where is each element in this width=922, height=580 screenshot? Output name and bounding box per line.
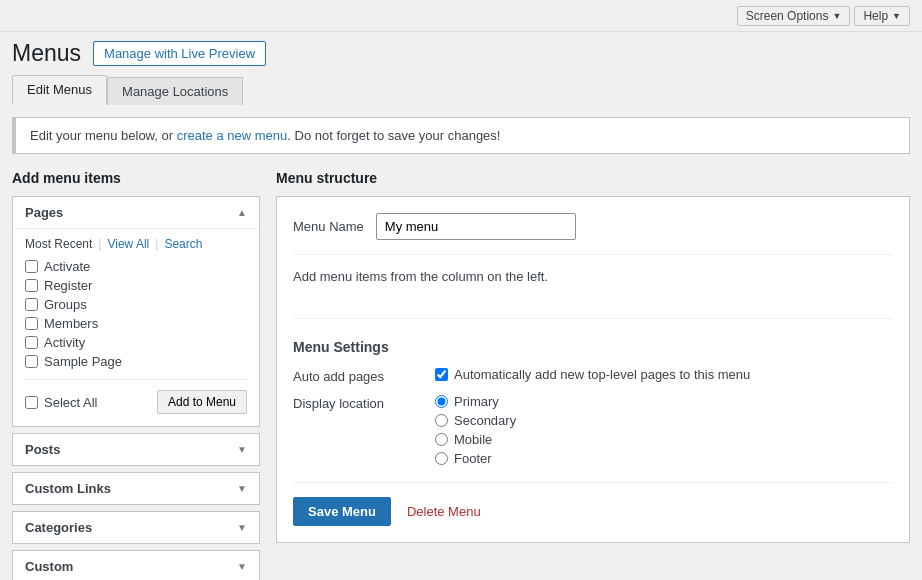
posts-accordion-header[interactable]: Posts ▼ bbox=[13, 434, 259, 465]
screen-options-button[interactable]: Screen Options ▼ bbox=[737, 6, 851, 26]
custom-label: Custom bbox=[25, 559, 73, 574]
tab-manage-locations[interactable]: Manage Locations bbox=[107, 77, 243, 105]
menu-name-row: Menu Name bbox=[293, 213, 893, 255]
display-location-value: Primary Secondary Mobile bbox=[435, 394, 516, 466]
help-label: Help bbox=[863, 9, 888, 23]
two-column-layout: Add menu items Pages ▲ Most Recent | Vie… bbox=[12, 170, 910, 580]
categories-chevron-icon: ▼ bbox=[237, 522, 247, 533]
auto-add-label: Auto add pages bbox=[293, 367, 423, 384]
help-button[interactable]: Help ▼ bbox=[854, 6, 910, 26]
radio-mobile[interactable] bbox=[435, 433, 448, 446]
categories-accordion-header[interactable]: Categories ▼ bbox=[13, 512, 259, 543]
tabs-bar: Edit Menus Manage Locations bbox=[0, 67, 922, 105]
page-label-groups: Groups bbox=[44, 297, 87, 312]
custom-links-accordion-header[interactable]: Custom Links ▼ bbox=[13, 473, 259, 504]
notice-text: Edit your menu below, or bbox=[30, 128, 177, 143]
menu-hint: Add menu items from the column on the le… bbox=[293, 269, 893, 319]
page-checkbox-activate[interactable] bbox=[25, 260, 38, 273]
radio-primary[interactable] bbox=[435, 395, 448, 408]
menu-footer: Save Menu Delete Menu bbox=[293, 482, 893, 526]
select-all-label: Select All bbox=[44, 395, 97, 410]
auto-add-text: Automatically add new top-level pages to… bbox=[454, 367, 750, 382]
menu-structure-title: Menu structure bbox=[276, 170, 910, 186]
screen-options-arrow-icon: ▼ bbox=[832, 11, 841, 21]
auto-add-checkbox-item[interactable]: Automatically add new top-level pages to… bbox=[435, 367, 750, 382]
menu-structure-box: Menu Name Add menu items from the column… bbox=[276, 196, 910, 543]
page-item-activate[interactable]: Activate bbox=[25, 259, 247, 274]
notice-bar: Edit your menu below, or create a new me… bbox=[12, 117, 910, 154]
save-menu-button[interactable]: Save Menu bbox=[293, 497, 391, 526]
label-secondary: Secondary bbox=[454, 413, 516, 428]
page-item-activity[interactable]: Activity bbox=[25, 335, 247, 350]
page-checkbox-members[interactable] bbox=[25, 317, 38, 330]
pages-accordion-header[interactable]: Pages ▲ bbox=[13, 197, 259, 228]
menu-name-input[interactable] bbox=[376, 213, 576, 240]
top-bar: Screen Options ▼ Help ▼ bbox=[0, 0, 922, 32]
auto-add-row: Auto add pages Automatically add new top… bbox=[293, 367, 893, 384]
pages-tab-search[interactable]: Search bbox=[164, 237, 202, 251]
page-label-register: Register bbox=[44, 278, 92, 293]
posts-label: Posts bbox=[25, 442, 60, 457]
label-footer: Footer bbox=[454, 451, 492, 466]
page-label-sample: Sample Page bbox=[44, 354, 122, 369]
page-checkbox-activity[interactable] bbox=[25, 336, 38, 349]
display-location-label: Display location bbox=[293, 394, 423, 466]
custom-chevron-icon: ▼ bbox=[237, 561, 247, 572]
menu-settings-section: Menu Settings Auto add pages Automatical… bbox=[293, 339, 893, 466]
pages-accordion-content: Most Recent | View All | Search Activate bbox=[13, 228, 259, 426]
page-label-members: Members bbox=[44, 316, 98, 331]
posts-chevron-icon: ▼ bbox=[237, 444, 247, 455]
pages-footer: Select All Add to Menu bbox=[25, 379, 247, 414]
pages-chevron-icon: ▲ bbox=[237, 207, 247, 218]
pages-label: Pages bbox=[25, 205, 63, 220]
location-primary[interactable]: Primary bbox=[435, 394, 516, 409]
display-location-row: Display location Primary Secondary bbox=[293, 394, 893, 466]
custom-links-chevron-icon: ▼ bbox=[237, 483, 247, 494]
label-mobile: Mobile bbox=[454, 432, 492, 447]
custom-links-label: Custom Links bbox=[25, 481, 111, 496]
page-checkbox-register[interactable] bbox=[25, 279, 38, 292]
notice-after-link: . Do not forget to save your changes! bbox=[287, 128, 500, 143]
add-to-menu-button[interactable]: Add to Menu bbox=[157, 390, 247, 414]
top-bar-right: Screen Options ▼ Help ▼ bbox=[737, 6, 910, 26]
menu-settings-title: Menu Settings bbox=[293, 339, 893, 355]
radio-secondary[interactable] bbox=[435, 414, 448, 427]
pages-tab-view-all[interactable]: View All bbox=[107, 237, 149, 251]
delete-menu-link[interactable]: Delete Menu bbox=[407, 504, 481, 519]
menu-name-label: Menu Name bbox=[293, 219, 364, 234]
custom-accordion-header[interactable]: Custom ▼ bbox=[13, 551, 259, 580]
page-header: Menus Manage with Live Preview bbox=[0, 32, 922, 67]
posts-accordion: Posts ▼ bbox=[12, 433, 260, 466]
pages-tab-most-recent[interactable]: Most Recent bbox=[25, 237, 92, 251]
auto-add-checkbox[interactable] bbox=[435, 368, 448, 381]
label-primary: Primary bbox=[454, 394, 499, 409]
create-new-menu-link[interactable]: create a new menu bbox=[177, 128, 288, 143]
right-column: Menu structure Menu Name Add menu items … bbox=[276, 170, 910, 580]
radio-footer[interactable] bbox=[435, 452, 448, 465]
add-menu-items-title: Add menu items bbox=[12, 170, 260, 186]
page-item-members[interactable]: Members bbox=[25, 316, 247, 331]
location-mobile[interactable]: Mobile bbox=[435, 432, 516, 447]
page-item-sample[interactable]: Sample Page bbox=[25, 354, 247, 369]
select-all-item[interactable]: Select All bbox=[25, 395, 97, 410]
page-checkbox-sample[interactable] bbox=[25, 355, 38, 368]
page-item-groups[interactable]: Groups bbox=[25, 297, 247, 312]
page-title: Menus bbox=[12, 40, 81, 67]
categories-label: Categories bbox=[25, 520, 92, 535]
pages-accordion: Pages ▲ Most Recent | View All | Search bbox=[12, 196, 260, 427]
page-item-register[interactable]: Register bbox=[25, 278, 247, 293]
location-secondary[interactable]: Secondary bbox=[435, 413, 516, 428]
pages-list: Activate Register Groups Members bbox=[25, 259, 247, 379]
categories-accordion: Categories ▼ bbox=[12, 511, 260, 544]
tab-edit-menus[interactable]: Edit Menus bbox=[12, 75, 107, 105]
page-checkbox-groups[interactable] bbox=[25, 298, 38, 311]
select-all-checkbox[interactable] bbox=[25, 396, 38, 409]
left-column: Add menu items Pages ▲ Most Recent | Vie… bbox=[12, 170, 260, 580]
screen-options-label: Screen Options bbox=[746, 9, 829, 23]
live-preview-button[interactable]: Manage with Live Preview bbox=[93, 41, 266, 66]
auto-add-value: Automatically add new top-level pages to… bbox=[435, 367, 750, 384]
help-arrow-icon: ▼ bbox=[892, 11, 901, 21]
page-label-activity: Activity bbox=[44, 335, 85, 350]
page-label-activate: Activate bbox=[44, 259, 90, 274]
location-footer[interactable]: Footer bbox=[435, 451, 516, 466]
